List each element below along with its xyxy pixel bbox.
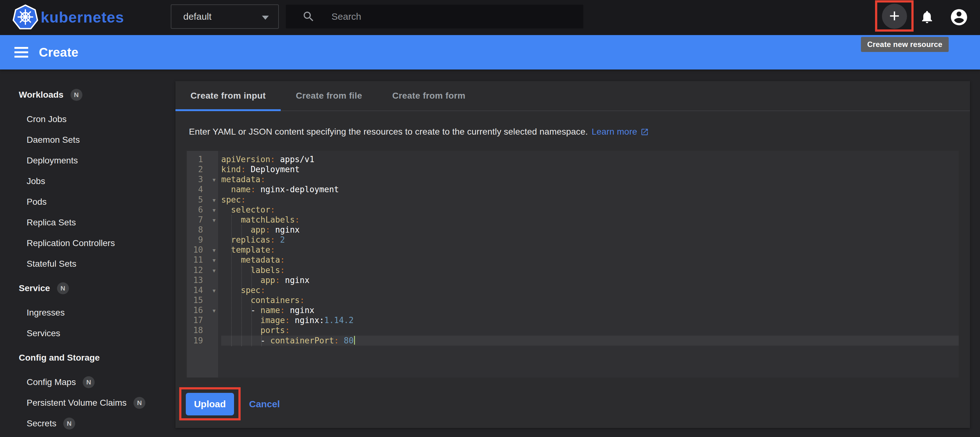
sidebar: WorkloadsNCron JobsDaemon SetsDeployment… (0, 70, 175, 437)
line-number: 6 (198, 205, 203, 215)
fold-toggle-icon[interactable]: ▾ (212, 285, 216, 296)
code-line-5: spec: (221, 195, 959, 205)
menu-icon[interactable] (14, 47, 28, 58)
sidebar-item-replica-sets[interactable]: Replica Sets (0, 212, 175, 233)
fold-toggle-icon[interactable]: ▾ (212, 205, 216, 215)
line-number: 7 (198, 215, 203, 225)
yaml-editor[interactable]: 123▾45▾6▾7▾8910▾11▾12▾1314▾1516▾171819 a… (187, 151, 959, 377)
gutter-line-12: 12▾ (187, 265, 218, 275)
cancel-button[interactable]: Cancel (249, 393, 280, 415)
gutter-line-13: 13 (187, 275, 218, 285)
sidebar-item-jobs[interactable]: Jobs (0, 171, 175, 192)
namespaced-badge: N (57, 282, 69, 294)
sidebar-item-label: Daemon Sets (27, 135, 80, 145)
namespaced-badge: N (70, 89, 83, 101)
gutter-line-4: 4 (187, 184, 218, 195)
chevron-down-icon (262, 16, 269, 20)
namespaced-badge: N (134, 397, 145, 409)
gutter-line-8: 8 (187, 225, 218, 235)
upload-button[interactable]: Upload (186, 393, 234, 415)
line-number: 1 (198, 154, 203, 164)
namespaced-badge: N (83, 376, 95, 388)
line-number: 13 (193, 275, 203, 285)
sidebar-item-replication-controllers[interactable]: Replication Controllers (0, 233, 175, 253)
kubernetes-dashboard-screen: kubernetes default + Create new resource (0, 0, 980, 437)
create-panel: Create from inputCreate from fileCreate … (175, 81, 970, 428)
sidebar-item-deployments[interactable]: Deployments (0, 150, 175, 171)
search-bar[interactable] (286, 5, 583, 28)
fold-toggle-icon[interactable]: ▾ (212, 195, 216, 205)
sidebar-item-daemon-sets[interactable]: Daemon Sets (0, 130, 175, 150)
line-number: 18 (193, 325, 203, 335)
editor-content[interactable]: apiVersion: apps/v1kind: Deploymentmetad… (218, 151, 959, 377)
code-line-10: template: (221, 245, 959, 255)
gutter-line-18: 18 (187, 325, 218, 335)
code-line-12: labels: (221, 265, 959, 275)
tab-create-from-input[interactable]: Create from input (175, 81, 281, 111)
tab-create-from-file[interactable]: Create from file (281, 81, 377, 111)
sidebar-item-label: Ingresses (27, 308, 65, 318)
create-resource-button[interactable]: + (882, 4, 907, 29)
section-label: Service (19, 283, 50, 293)
fold-toggle-icon[interactable]: ▾ (212, 266, 216, 276)
code-line-15: containers: (221, 295, 959, 305)
sidebar-section-workloads: WorkloadsN (0, 84, 175, 105)
sidebar-item-label: Cron Jobs (27, 114, 67, 124)
sidebar-item-stateful-sets[interactable]: Stateful Sets (0, 253, 175, 274)
code-line-13: app: nginx (221, 275, 959, 285)
sidebar-item-pods[interactable]: Pods (0, 192, 175, 212)
gutter-line-5: 5▾ (187, 195, 218, 205)
gutter-line-7: 7▾ (187, 215, 218, 225)
code-line-11: metadata: (221, 255, 959, 265)
gutter-line-1: 1 (187, 154, 218, 164)
notifications-bell-icon[interactable] (920, 10, 935, 26)
gutter-line-3: 3▾ (187, 174, 218, 184)
namespace-selector[interactable]: default (171, 5, 279, 29)
gutter-line-2: 2 (187, 164, 218, 174)
sidebar-item-label: Replica Sets (27, 218, 76, 228)
search-input[interactable] (331, 11, 570, 22)
fold-toggle-icon[interactable]: ▾ (212, 306, 216, 315)
sidebar-item-ingresses[interactable]: Ingresses (0, 302, 175, 323)
learn-more-link[interactable]: Learn more (592, 127, 649, 137)
line-number: 19 (193, 336, 203, 345)
tab-bar: Create from inputCreate from fileCreate … (175, 81, 970, 111)
line-number: 12 (193, 265, 203, 275)
line-number: 14 (193, 285, 203, 295)
sidebar-item-cron-jobs[interactable]: Cron Jobs (0, 109, 175, 130)
code-line-14: spec: (221, 285, 959, 295)
sidebar-item-persistent-volume-claims[interactable]: Persistent Volume ClaimsN (0, 393, 175, 413)
namespace-value: default (183, 11, 212, 22)
gutter-line-14: 14▾ (187, 285, 218, 295)
page-title: Create (39, 45, 78, 60)
tab-create-from-form[interactable]: Create from form (377, 81, 480, 111)
code-line-2: kind: Deployment (221, 164, 959, 174)
code-line-6: selector: (221, 205, 959, 215)
sidebar-item-label: Deployments (27, 155, 78, 166)
kubernetes-logo-icon (12, 4, 39, 31)
account-icon[interactable] (949, 8, 969, 28)
editor-gutter: 123▾45▾6▾7▾8910▾11▾12▾1314▾1516▾171819 (187, 151, 218, 377)
fold-toggle-icon[interactable]: ▾ (212, 215, 216, 225)
sidebar-section-service: ServiceN (0, 278, 175, 299)
line-number: 16 (193, 305, 203, 315)
gutter-line-6: 6▾ (187, 205, 218, 215)
line-number: 3 (198, 174, 203, 184)
line-number: 17 (193, 315, 203, 325)
brand-wordmark: kubernetes (41, 0, 124, 35)
gutter-line-17: 17 (187, 315, 218, 325)
sidebar-item-secrets[interactable]: SecretsN (0, 413, 175, 434)
fold-toggle-icon[interactable]: ▾ (212, 255, 216, 265)
sidebar-item-services[interactable]: Services (0, 323, 175, 344)
fold-toggle-icon[interactable]: ▾ (212, 175, 216, 185)
sidebar-item-label: Secrets (27, 418, 56, 429)
sidebar-item-label: Replication Controllers (27, 238, 115, 248)
sidebar-item-label: Config Maps (27, 377, 76, 387)
sidebar-item-label: Stateful Sets (27, 259, 76, 269)
section-label: Workloads (19, 90, 64, 100)
gutter-line-10: 10▾ (187, 245, 218, 255)
fold-toggle-icon[interactable]: ▾ (212, 245, 216, 255)
sidebar-item-config-maps[interactable]: Config MapsN (0, 372, 175, 393)
code-line-3: metadata: (221, 174, 959, 184)
sidebar-section-config-and-storage: Config and Storage (0, 347, 175, 368)
